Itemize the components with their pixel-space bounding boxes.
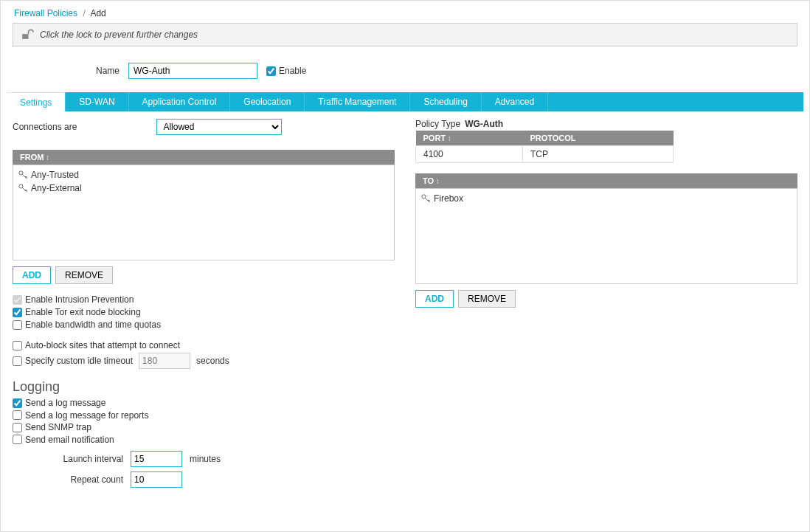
policy-type-value: WG-Auth <box>465 119 503 129</box>
table-row[interactable]: 4100 TCP <box>416 146 674 163</box>
idle-checkbox[interactable]: Specify custom idle timeout <box>13 356 133 366</box>
list-item-label: Any-External <box>31 183 82 193</box>
tor-checkbox[interactable]: Enable Tor exit node blocking <box>13 307 395 317</box>
idle-timeout-input <box>139 353 190 369</box>
tor-checkbox-input[interactable] <box>13 308 22 317</box>
idle-checkbox-input[interactable] <box>13 356 22 366</box>
from-list[interactable]: Any-Trusted Any-External <box>13 165 395 260</box>
log-checkbox-input[interactable] <box>13 398 22 408</box>
repeat-count-label: Repeat count <box>13 474 123 485</box>
log-checkbox[interactable]: Send a log message <box>13 398 105 408</box>
from-remove-button[interactable]: REMOVE <box>55 266 113 284</box>
list-item[interactable]: Firebox <box>420 192 792 205</box>
autoblock-checkbox[interactable]: Auto-block sites that attempt to connect <box>13 340 395 350</box>
log-report-label: Send a log message for reports <box>25 410 148 421</box>
snmp-label: Send SNMP trap <box>25 422 91 432</box>
name-input[interactable] <box>128 63 257 79</box>
protocol-header[interactable]: PROTOCOL <box>522 131 673 146</box>
tab-scheduling[interactable]: Scheduling <box>410 92 481 111</box>
tab-application-control[interactable]: Application Control <box>129 92 231 111</box>
idle-label: Specify custom idle timeout <box>25 356 133 366</box>
enable-label: Enable <box>279 66 306 76</box>
breadcrumb: Firewall Policies / Add <box>7 4 803 20</box>
launch-interval-label: Launch interval <box>13 454 123 464</box>
breadcrumb-current: Add <box>90 8 105 18</box>
email-checkbox[interactable]: Send email notification <box>13 435 114 445</box>
policy-type-label: Policy Type <box>415 119 460 129</box>
breadcrumb-sep: / <box>83 8 85 18</box>
alias-icon <box>420 194 431 203</box>
snmp-checkbox-input[interactable] <box>13 423 22 432</box>
list-item[interactable]: Any-External <box>18 182 390 195</box>
lock-bar[interactable]: Click the lock to prevent further change… <box>13 23 797 46</box>
log-label: Send a log message <box>25 398 105 408</box>
logging-title: Logging <box>13 379 395 395</box>
tor-label: Enable Tor exit node blocking <box>25 307 141 317</box>
alias-icon <box>18 170 28 179</box>
port-cell: 4100 <box>416 146 523 163</box>
autoblock-label: Auto-block sites that attempt to connect <box>25 340 180 350</box>
from-header[interactable]: FROM <box>13 150 395 165</box>
launch-interval-input[interactable] <box>131 451 182 467</box>
connections-label: Connections are <box>13 122 77 132</box>
quota-checkbox-input[interactable] <box>13 320 22 330</box>
port-table: PORT PROTOCOL 4100 TCP <box>415 131 674 163</box>
email-label: Send email notification <box>25 435 114 445</box>
to-header[interactable]: TO <box>415 173 797 188</box>
to-remove-button[interactable]: REMOVE <box>458 290 516 308</box>
left-column: Connections are Allowed FROM Any-Trusted… <box>13 119 395 488</box>
ips-checkbox-input <box>13 295 22 305</box>
quota-label: Enable bandwidth and time quotas <box>25 319 161 330</box>
log-report-checkbox-input[interactable] <box>13 410 22 420</box>
name-row: Name Enable <box>7 52 803 92</box>
idle-unit: seconds <box>196 356 229 366</box>
enable-checkbox-input[interactable] <box>266 66 276 76</box>
tab-geolocation[interactable]: Geolocation <box>230 92 305 111</box>
list-item-label: Any-Trusted <box>31 170 79 180</box>
repeat-count-input[interactable] <box>131 471 182 488</box>
ips-label: Enable Intrusion Prevention <box>25 294 134 305</box>
email-checkbox-input[interactable] <box>13 435 22 444</box>
protocol-cell: TCP <box>522 146 673 163</box>
enable-checkbox[interactable]: Enable <box>266 66 306 76</box>
launch-interval-unit: minutes <box>190 454 221 464</box>
autoblock-checkbox-input[interactable] <box>13 341 22 350</box>
tab-sd-wan[interactable]: SD-WAN <box>66 92 128 111</box>
log-report-checkbox[interactable]: Send a log message for reports <box>13 410 148 421</box>
tab-advanced[interactable]: Advanced <box>482 92 548 111</box>
from-add-button[interactable]: ADD <box>13 266 51 284</box>
name-label: Name <box>13 66 120 76</box>
port-header[interactable]: PORT <box>416 131 523 146</box>
tab-settings[interactable]: Settings <box>7 92 66 111</box>
alias-icon <box>18 184 28 193</box>
ips-checkbox[interactable]: Enable Intrusion Prevention <box>13 294 395 305</box>
connections-select[interactable]: Allowed <box>156 119 282 135</box>
to-add-button[interactable]: ADD <box>415 290 454 308</box>
tab-traffic-management[interactable]: Traffic Management <box>305 92 410 111</box>
tab-bar: Settings SD-WAN Application Control Geol… <box>7 92 803 111</box>
quota-checkbox[interactable]: Enable bandwidth and time quotas <box>13 319 395 330</box>
breadcrumb-parent-link[interactable]: Firewall Policies <box>14 8 77 18</box>
right-column: Policy Type WG-Auth PORT PROTOCOL 4100 T… <box>415 119 797 488</box>
list-item[interactable]: Any-Trusted <box>18 168 390 182</box>
to-list[interactable]: Firebox <box>415 188 797 284</box>
list-item-label: Firebox <box>434 193 463 204</box>
snmp-checkbox[interactable]: Send SNMP trap <box>13 422 91 432</box>
lock-hint: Click the lock to prevent further change… <box>40 30 198 40</box>
unlock-icon <box>19 28 34 41</box>
